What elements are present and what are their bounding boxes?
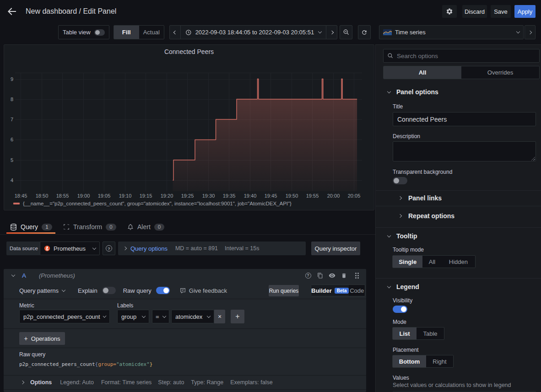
zoom-out-button[interactable] xyxy=(340,25,352,39)
tooltip-hidden-option[interactable]: Hidden xyxy=(442,256,475,268)
query-ds-hint: (Prometheus) xyxy=(39,272,75,279)
chevron-right-icon xyxy=(21,380,24,384)
query-options-summary-row[interactable]: Options Legend: Auto Format: Time series… xyxy=(21,375,273,389)
hide-query-button[interactable] xyxy=(326,272,338,279)
metric-select[interactable]: p2p_connected_peers_count xyxy=(19,310,110,323)
repeat-options-header[interactable]: Repeat options xyxy=(399,212,454,220)
add-label-button[interactable]: + xyxy=(231,310,244,323)
filter-overrides-option[interactable]: Overrides xyxy=(461,66,539,79)
explain-toggle[interactable] xyxy=(102,287,116,294)
tooltip-header-label: Tooltip xyxy=(396,232,417,240)
fill-option[interactable]: Fill xyxy=(114,26,139,39)
search-options-box[interactable]: Search options xyxy=(383,49,540,63)
duplicate-query-button[interactable] xyxy=(314,273,326,279)
remove-label-button[interactable]: × xyxy=(214,310,225,323)
svg-text:20:05: 20:05 xyxy=(348,193,361,199)
chart-legend[interactable]: {__name__="p2p_connected_peers_count", g… xyxy=(13,201,292,206)
svg-text:19:50: 19:50 xyxy=(286,193,298,199)
description-textarea[interactable] xyxy=(393,141,536,161)
options-step: Step: auto xyxy=(158,379,184,386)
svg-text:20:00: 20:00 xyxy=(327,193,340,199)
search-icon xyxy=(387,53,394,59)
metric-label: Metric xyxy=(19,302,34,309)
operations-label: Operations xyxy=(31,335,60,342)
query-options-collapse[interactable]: Query options MD = auto = 891 Interval =… xyxy=(118,242,306,255)
chevron-right-icon xyxy=(330,30,333,34)
table-view-label: Table view xyxy=(63,29,91,36)
time-forward-button[interactable] xyxy=(326,25,337,39)
drag-query-handle[interactable] xyxy=(350,273,362,279)
tooltip-mode-group: Single All Hidden xyxy=(392,255,476,268)
clock-icon xyxy=(185,29,192,36)
datasource-help-button[interactable]: ? xyxy=(103,242,115,255)
tooltip-single-option[interactable]: Single xyxy=(393,256,422,268)
table-view-toggle[interactable] xyxy=(94,29,105,36)
plus-icon: + xyxy=(24,335,28,342)
code-option[interactable]: Code xyxy=(349,285,365,296)
legend-header[interactable]: Legend xyxy=(388,283,419,290)
panel-options-header[interactable]: Panel options xyxy=(388,88,438,96)
table-view-control[interactable]: Table view xyxy=(58,25,109,39)
add-operations-button[interactable]: + Operations xyxy=(19,332,65,345)
label-value-select[interactable]: atomicdex xyxy=(171,310,214,323)
visualization-picker[interactable]: Time series xyxy=(379,25,524,39)
collapse-query-icon[interactable] xyxy=(11,273,15,276)
zoom-out-icon xyxy=(343,29,350,36)
query-inspector-button[interactable]: Query inspector xyxy=(311,242,360,255)
query-ref-id: A xyxy=(22,272,26,279)
svg-text:19:20: 19:20 xyxy=(161,193,173,199)
time-back-button[interactable] xyxy=(169,25,181,39)
legend-label: {__name__="p2p_connected_peers_count", g… xyxy=(23,201,292,206)
panel-links-header[interactable]: Panel links xyxy=(399,194,442,202)
tab-alert[interactable]: Alert 0 xyxy=(127,220,164,233)
chevron-right-icon xyxy=(398,196,402,200)
builder-option[interactable]: Builder Beta xyxy=(311,285,349,296)
refresh-button[interactable] xyxy=(358,25,371,39)
label-name-select[interactable]: group xyxy=(117,310,149,323)
label-op-select[interactable]: = xyxy=(152,310,169,323)
give-feedback-link[interactable]: Give feedback xyxy=(180,287,227,294)
datasource-picker[interactable]: Prometheus xyxy=(40,242,100,255)
run-queries-button[interactable]: Run queries xyxy=(269,285,299,296)
legend-swatch xyxy=(13,203,20,204)
query-options-md: MD = auto = 891 xyxy=(175,245,218,252)
visibility-toggle[interactable] xyxy=(393,306,407,313)
transparent-bg-toggle[interactable] xyxy=(393,177,407,184)
time-series-chart[interactable]: 45678918:4518:5018:5519:0019:0519:1019:1… xyxy=(4,45,374,200)
time-range-picker[interactable]: 2022-09-03 18:44:05 to 2022-09-03 20:05:… xyxy=(180,25,326,39)
legend-placement-bottom[interactable]: Bottom xyxy=(393,355,426,367)
collapse-pane-button[interactable] xyxy=(525,25,536,39)
legend-mode-list[interactable]: List xyxy=(393,328,417,339)
query-row-header[interactable]: A (Prometheus) ? xyxy=(4,269,366,282)
builder-label: Builder xyxy=(311,287,332,294)
datasource-label: Data source xyxy=(6,242,41,255)
chevron-down-icon xyxy=(516,30,520,33)
filter-all-option[interactable]: All xyxy=(384,66,461,79)
raw-metric: p2p_connected_peers_count xyxy=(19,361,95,367)
tab-alert-count: 0 xyxy=(154,224,164,231)
panel-title-input[interactable] xyxy=(393,112,536,126)
tab-transform[interactable]: Transform 0 xyxy=(63,220,116,233)
query-patterns-button[interactable]: Query patterns xyxy=(19,287,65,294)
raw-query-toggle[interactable] xyxy=(156,287,170,294)
labels-label: Labels xyxy=(117,302,133,309)
actual-option[interactable]: Actual xyxy=(139,26,164,39)
back-button[interactable] xyxy=(6,6,17,17)
tooltip-all-option[interactable]: All xyxy=(422,256,442,268)
tab-query[interactable]: Query 1 xyxy=(10,220,52,233)
legend-mode-table[interactable]: Table xyxy=(417,328,444,339)
search-options-placeholder: Search options xyxy=(397,53,438,59)
textarea-resize-handle[interactable] xyxy=(531,156,535,161)
query-help-button[interactable]: ? xyxy=(302,273,314,279)
svg-text:6: 6 xyxy=(11,137,13,142)
delete-query-button[interactable] xyxy=(338,273,350,279)
svg-text:19:30: 19:30 xyxy=(202,193,215,199)
tooltip-header[interactable]: Tooltip xyxy=(388,232,417,240)
legend-placement-right[interactable]: Right xyxy=(426,355,453,367)
query-tabs-bar: Query 1 Transform 0 Alert 0 xyxy=(0,220,375,235)
panel-links-label: Panel links xyxy=(408,194,442,202)
datasource-name: Prometheus xyxy=(54,245,86,252)
transform-icon xyxy=(63,224,70,230)
metric-value: p2p_connected_peers_count xyxy=(23,313,100,320)
options-row-label: Options xyxy=(30,379,52,386)
